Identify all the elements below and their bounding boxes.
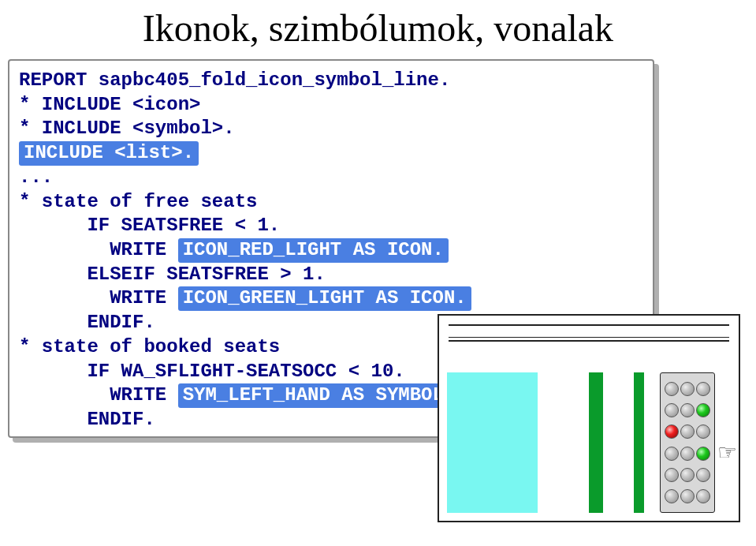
light-off-icon xyxy=(696,468,710,482)
code-line: REPORT sapbc405_fold_icon_symbol_line. xyxy=(19,69,643,93)
code-line: * state of free seats xyxy=(19,190,643,215)
bar-col xyxy=(634,372,644,513)
window-header-lines xyxy=(439,316,739,342)
light-off-icon xyxy=(680,403,695,417)
light-off-icon xyxy=(665,489,679,503)
code-line: ELSEIF SEATSFREE > 1. xyxy=(19,263,643,287)
highlight-include-list: INCLUDE <list>. xyxy=(19,141,199,166)
code-line: WRITE ICON_GREEN_LIGHT AS ICON. xyxy=(19,286,643,311)
light-off-icon xyxy=(696,489,710,503)
light-off-icon xyxy=(680,424,695,439)
highlight-sym-left-hand: SYM_LEFT_HAND AS SYMBOL. xyxy=(178,383,460,408)
light-off-icon xyxy=(680,489,695,503)
bar-col xyxy=(538,372,588,513)
bar-col xyxy=(604,372,633,513)
light-row xyxy=(664,489,711,503)
light-green-icon xyxy=(696,447,710,461)
light-off-icon xyxy=(665,403,679,417)
code-line: * INCLUDE <icon> xyxy=(19,93,643,118)
light-row xyxy=(664,403,711,417)
light-off-icon xyxy=(680,447,695,461)
light-row xyxy=(664,382,711,396)
bar-col xyxy=(447,372,538,513)
light-off-icon xyxy=(665,447,679,461)
light-off-icon xyxy=(680,468,695,482)
light-off-icon xyxy=(665,468,679,482)
output-window: ☞ xyxy=(438,314,740,522)
bar-col xyxy=(589,372,603,513)
light-off-icon xyxy=(696,424,710,439)
column-bars xyxy=(447,372,652,513)
code-line: * INCLUDE <symbol>. xyxy=(19,117,643,141)
code-line-highlight: INCLUDE <list>. xyxy=(19,141,643,166)
lights-panel xyxy=(660,372,715,513)
light-red-icon xyxy=(665,424,679,439)
light-row xyxy=(664,424,711,439)
page-title: Ikonok, szimbólumok, vonalak xyxy=(0,6,756,50)
code-line: IF SEATSFREE < 1. xyxy=(19,214,643,238)
left-hand-icon: ☞ xyxy=(717,439,737,466)
highlight-icon-green-light: ICON_GREEN_LIGHT AS ICON. xyxy=(178,286,471,311)
light-off-icon xyxy=(665,382,679,396)
code-line: WRITE ICON_RED_LIGHT AS ICON. xyxy=(19,238,643,263)
light-green-icon xyxy=(696,403,710,417)
code-line: ... xyxy=(19,166,643,190)
highlight-icon-red-light: ICON_RED_LIGHT AS ICON. xyxy=(178,238,449,263)
light-off-icon xyxy=(696,382,710,396)
light-off-icon xyxy=(680,382,695,396)
bar-col xyxy=(645,372,651,513)
light-row xyxy=(664,447,711,461)
light-row xyxy=(664,468,711,482)
